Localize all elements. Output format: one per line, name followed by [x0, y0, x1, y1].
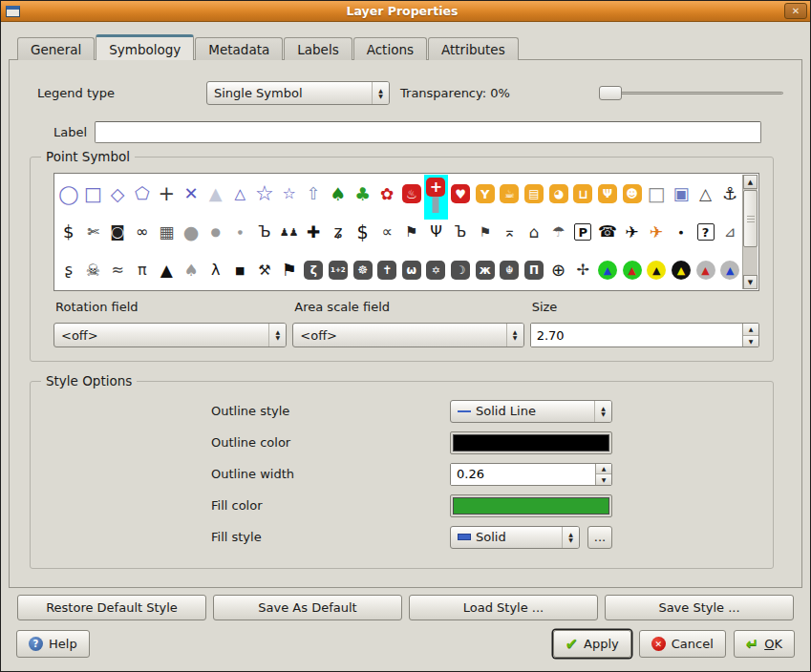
symbol-fish[interactable]: ∝ [374, 213, 399, 251]
symbol-swimming[interactable]: ≈ [105, 251, 130, 289]
symbol-crescent[interactable]: ☽ [448, 251, 473, 289]
symbol-lodging[interactable]: ⌅ [498, 213, 523, 251]
symbol-cafe[interactable]: ☕ [498, 175, 523, 213]
symbol-golf-pin[interactable]: ⚑ [399, 213, 424, 251]
symbol-teepee[interactable]: ▲ [155, 251, 180, 289]
symbol-dollar[interactable]: $ [56, 213, 81, 251]
symbol-circle-large[interactable]: ● [179, 213, 203, 251]
symbol-dancing[interactable]: ж [473, 251, 498, 289]
save-as-default-button[interactable]: Save As Default [213, 595, 402, 620]
symbol-arrow-gray-blue[interactable]: ▲ [717, 251, 742, 289]
symbol-entertainment[interactable]: ☻ [620, 175, 645, 213]
symbol-unknown[interactable]: ? [694, 213, 718, 251]
symbol-hiking[interactable]: λ [203, 251, 228, 289]
symbol-heart-badge[interactable]: ♥ [448, 175, 473, 213]
spin-up-icon[interactable]: ▲ [596, 464, 611, 475]
symbol-compass-rose[interactable]: ⊕ [546, 251, 571, 289]
symbol-fuel-2[interactable]: Ъ [448, 213, 473, 251]
restore-default-style-button[interactable]: Restore Default Style [17, 595, 206, 620]
symbol-parking[interactable]: P [570, 213, 595, 251]
symbol-arrow-green-red[interactable]: ▲ [620, 251, 645, 289]
load-style-button[interactable]: Load Style ... [409, 595, 598, 620]
label-input[interactable] [95, 121, 761, 143]
symbol-dharma-wheel[interactable]: ☸ [351, 251, 375, 289]
scroll-up-icon[interactable]: ▲ [743, 175, 758, 189]
slider-handle[interactable] [599, 86, 622, 100]
rotation-field-select[interactable]: <off> [53, 323, 287, 347]
titlebar[interactable]: Layer Properties ✕ [1, 1, 810, 22]
symbol-big-star[interactable]: ☆ [252, 175, 277, 213]
symbol-car[interactable]: ∞ [130, 213, 155, 251]
symbol-boat-ramp[interactable]: ⊿ [717, 213, 742, 251]
symbol-flower[interactable]: ✿ [374, 175, 399, 213]
symbol-building[interactable]: ▦ [155, 213, 180, 251]
symbol-circle[interactable]: ◯ [56, 175, 81, 213]
symbol-deer[interactable]: ʑ [326, 213, 351, 251]
symbol-restaurant[interactable]: Ψ [595, 175, 620, 213]
symbol-golf-hole[interactable]: ⚑ [473, 213, 498, 251]
symbol-flag[interactable]: ⚑ [277, 251, 302, 289]
symbol-gray-tree[interactable]: ♠ [179, 251, 203, 289]
symbol-arrow-green-blue[interactable]: ▲ [595, 251, 620, 289]
tab-labels[interactable]: Labels [284, 37, 352, 60]
symbol-cinema[interactable]: ▤ [522, 175, 546, 213]
symbol-arrow-black-yellow[interactable]: ▲ [669, 251, 694, 289]
symbol-airfield[interactable]: ✈ [644, 213, 669, 251]
outline-width-input[interactable] [451, 464, 595, 485]
size-input[interactable] [531, 324, 742, 346]
legend-type-select[interactable]: Single Symbol [206, 81, 390, 105]
symbol-arrow-gray-red[interactable]: ▲ [694, 251, 718, 289]
tab-actions[interactable]: Actions [353, 37, 427, 60]
symbol-butcher[interactable]: ✄ [81, 213, 106, 251]
scroll-down-icon[interactable]: ▼ [743, 275, 758, 289]
symbol-telephone[interactable]: ☎ [595, 213, 620, 251]
symbol-mine[interactable]: ⚒ [252, 251, 277, 289]
symbol-circle-small[interactable]: ● [227, 213, 252, 251]
area-scale-field-select[interactable]: <off> [292, 323, 523, 347]
symbol-airport[interactable]: ✈ [620, 213, 645, 251]
scroll-track[interactable] [743, 248, 758, 275]
tab-symbology[interactable]: Symbology [96, 34, 194, 60]
ok-button[interactable]: ↵ OK [734, 630, 795, 658]
cancel-button[interactable]: ✕ Cancel [639, 630, 726, 658]
symbol-danger-skull[interactable]: ☠ [81, 251, 106, 289]
fill-color-button[interactable] [450, 494, 612, 517]
symbol-arrow-yellow-black[interactable]: ▲ [644, 251, 669, 289]
spin-down-icon[interactable]: ▼ [743, 336, 758, 347]
tab-attributes[interactable]: Attributes [428, 37, 519, 60]
symbol-picnic[interactable]: π [130, 251, 155, 289]
symbol-star[interactable]: ☆ [277, 175, 302, 213]
tab-metadata[interactable]: Metadata [195, 37, 283, 60]
symbol-pub[interactable]: ⊔ [570, 175, 595, 213]
symbol-money[interactable]: $ [351, 213, 375, 251]
symbol-square-outline[interactable]: □ [644, 175, 669, 213]
help-button[interactable]: ? Help [16, 630, 90, 658]
symbol-pizzeria[interactable]: ◕ [546, 175, 571, 213]
symbol-school[interactable]: 1+2 [326, 251, 351, 289]
symbol-list-scrollbar[interactable]: ▲ ▼ [742, 175, 758, 289]
fill-style-more-button[interactable]: ... [587, 526, 612, 549]
symbol-pentagon[interactable]: ⬠ [130, 175, 155, 213]
symbol-anchor[interactable]: ⚓ [717, 175, 742, 213]
symbol-triangle[interactable]: △ [227, 175, 252, 213]
symbol-fire[interactable]: ♨ [399, 175, 424, 213]
symbol-prayer[interactable]: ζ [301, 251, 326, 289]
spin-down-icon[interactable]: ▼ [596, 474, 611, 485]
symbol-point[interactable]: ● [669, 213, 694, 251]
symbol-christian-cross[interactable]: ✝ [374, 251, 399, 289]
outline-color-button[interactable] [450, 431, 612, 454]
symbol-deciduous-tree[interactable]: ♣ [351, 175, 375, 213]
symbol-khanda[interactable]: ☬ [498, 251, 523, 289]
close-button[interactable]: ✕ [784, 3, 807, 19]
symbol-camera[interactable]: ◙ [105, 213, 130, 251]
save-style-button[interactable]: Save Style ... [605, 595, 794, 620]
symbol-star-of-david[interactable]: ✡ [424, 251, 449, 289]
symbol-small-square[interactable]: ■ [227, 251, 252, 289]
symbol-circle-medium[interactable]: ● [203, 213, 228, 251]
symbol-diamond[interactable]: ◇ [105, 175, 130, 213]
symbol-museum[interactable]: Π [522, 251, 546, 289]
symbol-conifer-tree[interactable]: ♠ [326, 175, 351, 213]
symbol-survey-marker[interactable]: ✢ [570, 251, 595, 289]
tab-general[interactable]: General [17, 37, 95, 60]
symbol-bar[interactable]: Y [473, 175, 498, 213]
